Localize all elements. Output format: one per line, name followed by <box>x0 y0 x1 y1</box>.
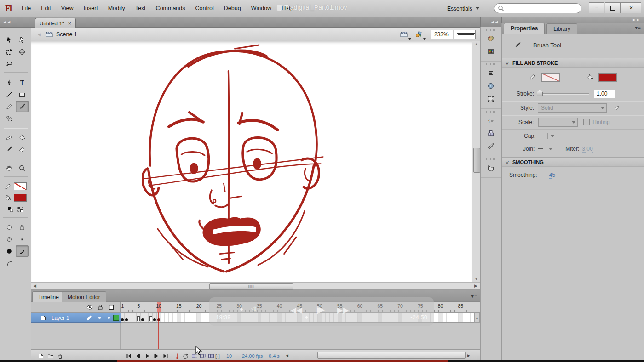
loop-playback-button[interactable] <box>181 352 190 360</box>
collapse-dock-button[interactable]: ◄◄ <box>480 17 501 27</box>
span-end-rect-5[interactable] <box>137 316 140 321</box>
layer-name[interactable]: Layer 1 <box>52 315 69 321</box>
tab-properties[interactable]: Properties <box>504 23 545 34</box>
layer-row[interactable]: Layer 1 <box>31 313 121 323</box>
deco-tool[interactable] <box>3 113 16 124</box>
dropdown-arrow-icon[interactable] <box>569 118 577 126</box>
smoothing-value[interactable]: 45 <box>549 172 555 179</box>
drag-grip[interactable] <box>485 63 497 65</box>
menu-file[interactable]: File <box>17 0 36 17</box>
scroll-down-icon[interactable]: ▼ <box>472 277 480 282</box>
zoom-tool[interactable] <box>16 162 29 174</box>
section-smoothing[interactable]: ▽ SMOOTHING <box>502 157 644 167</box>
dropdown-arrow-icon[interactable] <box>598 104 606 112</box>
timeline-scroll-thumb[interactable] <box>317 352 466 359</box>
join-style-select[interactable] <box>538 146 552 152</box>
drag-grip[interactable] <box>485 158 497 160</box>
lasso-tool[interactable] <box>3 58 16 69</box>
maximize-button[interactable] <box>605 2 621 13</box>
close-document-icon[interactable]: × <box>68 21 71 26</box>
menu-control[interactable]: Control <box>190 0 219 17</box>
stroke-scale-select[interactable] <box>538 118 578 127</box>
transform-panel-button[interactable] <box>484 93 498 105</box>
rotation-3d-tool[interactable] <box>16 46 29 57</box>
edit-stroke-style-icon[interactable] <box>613 104 621 112</box>
hinting-checkbox[interactable] <box>583 119 590 125</box>
edit-symbols-button[interactable] <box>415 31 422 38</box>
layer-lock-dot[interactable] <box>108 317 110 319</box>
timeline-panel-menu-icon[interactable]: ▼≡ <box>470 294 477 299</box>
close-button[interactable]: × <box>621 2 641 13</box>
timeline-row-scroll[interactable]: ▲ <box>474 313 480 323</box>
horizontal-scroll-thumb[interactable]: ⦀⦀⦀ <box>209 283 293 290</box>
fill-color-swatch[interactable] <box>598 73 617 82</box>
tilt-option[interactable] <box>3 257 16 269</box>
step-forward-button[interactable] <box>152 352 161 360</box>
object-drawing-toggle[interactable] <box>3 221 16 233</box>
pencil-tool[interactable] <box>3 101 16 112</box>
search-input[interactable] <box>494 3 581 13</box>
drag-grip[interactable] <box>485 29 497 31</box>
stroke-color-swatch[interactable] <box>541 73 560 82</box>
back-arrow-icon[interactable]: ◄ <box>37 32 42 37</box>
line-tool[interactable] <box>3 89 16 100</box>
lock-fill-toggle[interactable] <box>16 221 29 233</box>
collapse-toolbar-button[interactable]: ◄◄ <box>0 17 31 27</box>
align-panel-button[interactable] <box>484 67 498 79</box>
motion-presets-panel-button[interactable] <box>484 140 498 152</box>
code-snippets-panel-button[interactable]: { <box>484 114 498 126</box>
menu-debug[interactable]: Debug <box>219 0 246 17</box>
step-back-button[interactable] <box>134 352 142 360</box>
tab-motion-editor[interactable]: Motion Editor <box>62 291 106 303</box>
eyedropper-tool[interactable] <box>3 143 16 155</box>
scroll-right-icon[interactable]: ▶ <box>474 283 477 288</box>
zoom-dropdown-arrow[interactable] <box>453 30 476 39</box>
rectangle-tool[interactable] <box>16 89 29 100</box>
color-panel-button[interactable] <box>484 33 498 45</box>
stroke-color-control[interactable] <box>0 181 31 192</box>
brush-option-dot[interactable] <box>16 233 29 245</box>
menu-view[interactable]: View <box>56 0 79 17</box>
stroke-weight-slider[interactable] <box>538 93 589 95</box>
menu-text[interactable]: Text <box>130 0 151 17</box>
fill-color-swatch[interactable] <box>14 194 27 202</box>
brush-mode-option[interactable] <box>3 233 16 245</box>
show-hide-icon[interactable] <box>86 304 93 311</box>
pen-tool[interactable] <box>3 77 16 88</box>
workspace-switcher[interactable]: Essentials <box>447 0 479 17</box>
document-tab[interactable]: Untitled-1* × <box>35 18 76 28</box>
layer-visible-dot[interactable] <box>98 317 101 319</box>
scene-breadcrumb[interactable]: Scene 1 <box>56 31 77 38</box>
miter-value[interactable]: 3.00 <box>582 146 592 153</box>
project-panel-button[interactable] <box>484 162 498 174</box>
components-panel-button[interactable] <box>484 127 498 139</box>
keyframe-dot-1[interactable] <box>121 318 124 321</box>
scroll-left-icon[interactable]: ◀ <box>33 283 36 288</box>
current-frame-value[interactable]: 10 <box>226 353 232 359</box>
delete-layer-button[interactable] <box>56 352 64 360</box>
keyframe-dot-6[interactable] <box>141 318 144 321</box>
swatches-panel-button[interactable] <box>484 45 498 57</box>
outline-view-icon[interactable] <box>108 304 115 311</box>
menu-edit[interactable]: Edit <box>36 0 56 17</box>
text-tool[interactable]: T <box>16 77 29 88</box>
stage-vertical-scrollbar[interactable]: ▲ ▼ <box>472 41 480 282</box>
info-panel-button[interactable]: i <box>484 80 498 92</box>
modify-markers-button[interactable]: [·] <box>215 353 220 359</box>
panel-menu-icon[interactable]: ▼≡ <box>634 25 640 30</box>
keyframe-dot-current[interactable] <box>157 318 160 321</box>
menu-window[interactable]: Window <box>246 0 276 17</box>
brush-tool[interactable] <box>16 101 29 112</box>
minimize-button[interactable]: − <box>589 2 604 13</box>
span-end-rect-8[interactable] <box>150 316 152 321</box>
keyframe-span[interactable] <box>121 313 161 323</box>
new-layer-button[interactable] <box>37 352 45 360</box>
timeline-scroll-left-icon[interactable]: ◀ <box>285 353 288 358</box>
play-button[interactable] <box>143 352 151 360</box>
layer-outline-color[interactable] <box>113 315 119 321</box>
cap-style-select[interactable] <box>540 133 554 139</box>
playhead-line[interactable] <box>158 312 159 349</box>
lock-icon[interactable] <box>97 304 104 311</box>
stage-canvas[interactable] <box>31 41 472 282</box>
paint-bucket-tool[interactable] <box>16 131 29 143</box>
